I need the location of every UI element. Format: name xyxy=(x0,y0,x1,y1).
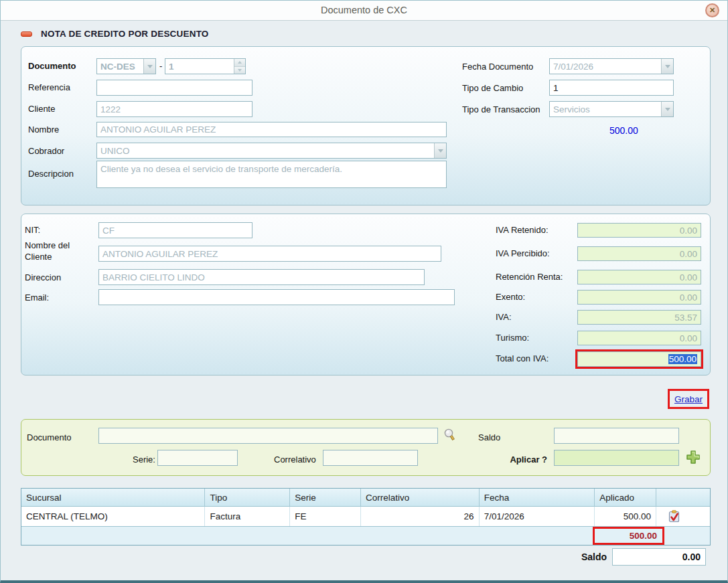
iva-percibido-label: IVA Percibido: xyxy=(496,248,550,258)
cell-correlativo: 26 xyxy=(361,507,480,526)
serie-label: Serie: xyxy=(133,454,155,465)
total-con-iva-selected-value: 500.00 xyxy=(668,354,697,364)
exento-input[interactable]: 0.00 xyxy=(577,290,701,305)
edit-document-icon[interactable] xyxy=(667,509,681,523)
chevron-down-icon[interactable] xyxy=(434,143,446,158)
iva-percibido-input[interactable]: 0.00 xyxy=(577,246,701,261)
window-title: Documento de CXC xyxy=(1,5,727,15)
apply-documento-input[interactable] xyxy=(98,428,438,444)
documento-tipo-select[interactable]: NC-DES xyxy=(96,58,156,74)
titlebar: Documento de CXC ✕ xyxy=(1,1,727,21)
table-header-row: Sucursal Tipo Serie Correlativo Fecha Ap… xyxy=(21,489,710,507)
cobrador-value: UNICO xyxy=(100,146,130,156)
fecha-documento-label: Fecha Documento xyxy=(462,62,533,72)
apply-panel: Documento Saldo Serie: Correlativo Aplic… xyxy=(21,419,711,476)
email-input[interactable] xyxy=(98,289,455,305)
saldo-input[interactable]: 0.00 xyxy=(612,548,706,566)
applied-documents-table: Sucursal Tipo Serie Correlativo Fecha Ap… xyxy=(21,488,711,546)
cell-aplicado: 500.00 xyxy=(595,507,656,526)
nombre-cliente-label: Nombre del Cliente xyxy=(25,240,80,262)
iva-input[interactable]: 53.57 xyxy=(577,310,701,325)
total-con-iva-label: Total con IVA: xyxy=(496,353,549,363)
documento-numero-spinner[interactable]: 1 xyxy=(165,58,246,74)
fecha-documento-select[interactable]: 7/01/2026 xyxy=(549,58,674,74)
chevron-down-icon[interactable] xyxy=(143,59,155,74)
referencia-input[interactable] xyxy=(96,80,252,96)
referencia-label: Referencia xyxy=(28,82,70,92)
iva-retenido-label: IVA Retenido: xyxy=(496,225,549,235)
close-icon[interactable]: ✕ xyxy=(705,3,719,17)
apply-documento-label: Documento xyxy=(27,432,71,442)
total-con-iva-input[interactable]: 500.00 xyxy=(577,351,701,367)
iva-retenido-input[interactable]: 0.00 xyxy=(577,223,701,238)
direccion-label: Direccion xyxy=(25,272,61,282)
cobrador-label: Cobrador xyxy=(28,146,64,156)
email-label: Email: xyxy=(25,293,49,303)
tipo-transaccion-label: Tipo de Transaccion xyxy=(462,104,540,114)
documento-cxc-dialog: Documento de CXC ✕ NOTA DE CREDITO POR D… xyxy=(0,0,728,583)
tipo-cambio-label: Tipo de Cambio xyxy=(462,83,523,93)
chevron-down-icon[interactable] xyxy=(661,59,673,74)
exento-label: Exento: xyxy=(496,292,525,302)
chevron-down-icon[interactable] xyxy=(661,102,673,116)
iva-label: IVA: xyxy=(496,312,512,322)
cobrador-select[interactable]: UNICO xyxy=(96,143,447,159)
nombre-input[interactable]: ANTONIO AGUILAR PEREZ xyxy=(96,122,447,137)
column-header-actions xyxy=(656,489,710,506)
annotation-total-con-iva: 500.00 xyxy=(575,349,703,369)
column-header-fecha[interactable]: Fecha xyxy=(480,489,595,506)
aplicar-input[interactable] xyxy=(554,450,679,466)
descripcion-textarea[interactable]: Cliente ya no desea el servicio de trans… xyxy=(96,161,447,188)
saldo-label: Saldo xyxy=(523,552,607,562)
annotation-grabar: Grabar xyxy=(668,389,709,409)
total-aplicado-value: 500.00 xyxy=(630,531,657,541)
documento-separator: - xyxy=(159,61,162,71)
column-header-serie[interactable]: Serie xyxy=(290,489,361,506)
spinner-down-icon[interactable] xyxy=(234,67,245,74)
turismo-input[interactable]: 0.00 xyxy=(577,331,701,345)
apply-correlativo-label: Correlativo xyxy=(274,454,316,465)
nit-label: NIT: xyxy=(25,225,40,235)
section-title: NOTA DE CREDITO POR DESCUENTO xyxy=(41,29,209,39)
spinner-up-icon[interactable] xyxy=(234,59,245,67)
documento-label: Documento xyxy=(28,61,76,71)
cell-fecha: 7/01/2026 xyxy=(480,507,595,526)
nit-input[interactable]: CF xyxy=(98,222,252,238)
search-icon[interactable] xyxy=(442,426,458,444)
column-header-correlativo[interactable]: Correlativo xyxy=(361,489,480,506)
nombre-label: Nombre xyxy=(28,124,59,135)
retencion-renta-label: Retención Renta: xyxy=(496,272,563,282)
documento-numero-value: 1 xyxy=(169,62,174,72)
section-header: NOTA DE CREDITO POR DESCUENTO xyxy=(21,29,209,39)
table-row: CENTRAL (TELMO) Factura FE 26 7/01/2026 … xyxy=(21,507,710,526)
tipo-cambio-input[interactable]: 1 xyxy=(549,80,674,96)
cell-actions xyxy=(656,507,710,526)
cliente-input[interactable]: 1222 xyxy=(96,101,252,117)
cliente-label: Cliente xyxy=(28,104,55,114)
apply-saldo-input[interactable] xyxy=(554,428,679,444)
serie-input[interactable] xyxy=(157,450,238,466)
correlativo-input[interactable] xyxy=(323,450,418,466)
nombre-cliente-input[interactable]: ANTONIO AGUILAR PEREZ xyxy=(98,246,441,262)
documento-tipo-value: NC-DES xyxy=(100,62,135,72)
apply-saldo-label: Saldo xyxy=(478,432,500,442)
column-header-tipo[interactable]: Tipo xyxy=(205,489,290,506)
tipo-transaccion-value: Servicios xyxy=(553,104,590,114)
cell-sucursal: CENTRAL (TELMO) xyxy=(21,507,205,526)
collapse-minus-icon[interactable] xyxy=(21,31,32,37)
cell-serie: FE xyxy=(290,507,361,526)
direccion-input[interactable]: BARRIO CIELITO LINDO xyxy=(98,269,425,285)
descripcion-label: Descripcion xyxy=(28,169,74,179)
column-header-sucursal[interactable]: Sucursal xyxy=(21,489,205,506)
document-panel: Documento NC-DES - 1 Referencia Cliente … xyxy=(21,46,711,205)
aplicar-label: Aplicar ? xyxy=(463,454,547,465)
fiscal-panel: NIT: CF Nombre del Cliente ANTONIO AGUIL… xyxy=(21,214,711,376)
tipo-transaccion-select[interactable]: Servicios xyxy=(549,101,674,117)
grabar-button[interactable]: Grabar xyxy=(674,394,703,404)
table-footer-row: 500.00 xyxy=(21,526,710,545)
add-plus-icon[interactable] xyxy=(684,448,702,467)
retencion-renta-input[interactable]: 0.00 xyxy=(577,270,701,284)
monto-documento: 500.00 xyxy=(609,125,638,136)
column-header-aplicado[interactable]: Aplicado xyxy=(595,489,656,506)
cell-tipo: Factura xyxy=(205,507,290,526)
